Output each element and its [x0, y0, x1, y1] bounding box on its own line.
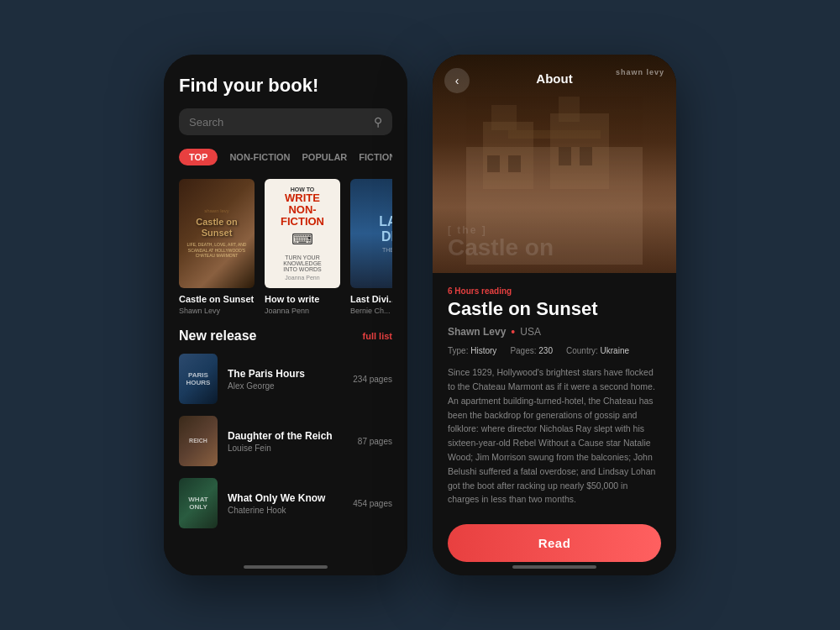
search-input[interactable]	[189, 116, 374, 129]
book-how-to-write[interactable]: HOW TO WRITENON-FICTION ⌨ TURN YOUR KNOW…	[265, 179, 340, 315]
tab-popular[interactable]: POPULAR	[302, 152, 348, 162]
thumb-paris-hours: PARISHOURS	[179, 354, 218, 404]
book-cover-last: LADI THE	[350, 179, 392, 288]
author-watermark: shawn levy	[616, 68, 664, 76]
what-pages: 454 pages	[353, 499, 392, 508]
meta-type: Type: History	[448, 346, 496, 355]
author-line: Shawn Levy • USA	[448, 326, 661, 338]
svg-rect-8	[559, 147, 571, 165]
book-hero-image: [ the ] Castle on ‹ About shawn levy	[433, 55, 676, 273]
right-screen: [ the ] Castle on ‹ About shawn levy 6 H…	[433, 55, 676, 575]
book-name-howto: How to write	[265, 293, 340, 305]
svg-rect-4	[559, 97, 580, 122]
tab-nonfiction[interactable]: NON-FICTION	[229, 152, 290, 162]
meta-type-value: History	[470, 346, 496, 355]
home-indicator	[244, 565, 328, 569]
meta-pages-value: 230	[538, 346, 553, 355]
reich-title: Daughter of the Reich	[228, 430, 348, 442]
hero-overlay-text: [ the ] Castle on	[448, 224, 661, 260]
full-list-link[interactable]: full list	[363, 331, 392, 341]
list-item-paris[interactable]: PARISHOURS The Paris Hours Alex George 2…	[179, 354, 392, 404]
what-title: What Only We Know	[228, 492, 343, 504]
country-name: USA	[520, 326, 541, 338]
svg-rect-5	[508, 130, 601, 139]
reading-time: 6 Hours reading	[448, 286, 661, 296]
what-author: Chaterine Hook	[228, 506, 343, 515]
tab-top[interactable]: TOP	[179, 149, 218, 165]
right-phone: [ the ] Castle on ‹ About shawn levy 6 H…	[433, 55, 676, 575]
left-screen: Find your book! ⚲ TOP NON-FICTION POPULA…	[164, 55, 407, 575]
reich-author: Louise Fein	[228, 444, 348, 453]
svg-rect-9	[580, 147, 592, 165]
svg-rect-7	[508, 155, 521, 172]
new-release-title: New release	[179, 328, 257, 344]
back-button[interactable]: ‹	[444, 68, 470, 93]
paris-pages: 234 pages	[353, 375, 392, 384]
book-author-castle: Shawn Levy	[179, 307, 255, 315]
search-icon: ⚲	[374, 115, 382, 129]
search-bar[interactable]: ⚲	[179, 108, 392, 135]
book-last-divine[interactable]: LADI THE Last Divi... Bernie Ch...	[350, 179, 392, 315]
reich-info: Daughter of the Reich Louise Fein	[228, 430, 348, 453]
book-author-howto: Joanna Penn	[265, 307, 340, 315]
paris-info: The Paris Hours Alex George	[228, 368, 343, 391]
book-cover-castle: shawn levy Castle onSunset LIFE, DEATH, …	[179, 179, 255, 288]
left-phone: Find your book! ⚲ TOP NON-FICTION POPULA…	[164, 55, 407, 575]
read-button[interactable]: Read	[448, 524, 661, 562]
top-books-row: shawn levy Castle onSunset LIFE, DEATH, …	[179, 179, 392, 315]
book-castle-on-sunset[interactable]: shawn levy Castle onSunset LIFE, DEATH, …	[179, 179, 255, 315]
tab-fiction[interactable]: FICTION	[359, 152, 392, 162]
what-info: What Only We Know Chaterine Hook	[228, 492, 343, 515]
list-item-what[interactable]: WHATONLY What Only We Know Chaterine Hoo…	[179, 478, 392, 528]
author-name: Shawn Levy	[448, 326, 506, 338]
new-release-header: New release full list	[179, 328, 392, 344]
paris-title: The Paris Hours	[228, 368, 343, 380]
book-cover-howto: HOW TO WRITENON-FICTION ⌨ TURN YOUR KNOW…	[265, 179, 340, 288]
thumb-what-only: WHATONLY	[179, 478, 218, 528]
book-author-last: Bernie Ch...	[350, 307, 392, 315]
meta-pages: Pages: 230	[510, 346, 553, 355]
detail-content: 6 Hours reading Castle on Sunset Shawn L…	[433, 273, 676, 575]
paris-author: Alex George	[228, 381, 343, 391]
page-title: Find your book!	[179, 75, 392, 97]
book-name-castle: Castle on Sunset	[179, 293, 255, 305]
category-tabs: TOP NON-FICTION POPULAR FICTION BESTS	[179, 149, 392, 165]
reich-pages: 87 pages	[358, 437, 392, 446]
meta-row: Type: History Pages: 230 Country: Ukrain…	[448, 346, 661, 355]
book-detail-title: Castle on Sunset	[448, 299, 661, 319]
home-indicator-right	[512, 565, 596, 569]
dot-separator: •	[511, 326, 515, 338]
meta-country: Country: Ukraine	[566, 346, 629, 355]
about-label: About	[536, 71, 572, 86]
thumb-daughter-reich: REICH	[179, 416, 218, 466]
svg-rect-3	[491, 105, 517, 130]
svg-rect-6	[487, 155, 500, 172]
book-name-last: Last Divi...	[350, 293, 392, 305]
meta-country-value: Ukraine	[601, 346, 629, 355]
list-item-reich[interactable]: REICH Daughter of the Reich Louise Fein …	[179, 416, 392, 466]
back-icon: ‹	[455, 74, 459, 87]
book-description: Since 1929, Hollywood's brightest stars …	[448, 365, 661, 514]
